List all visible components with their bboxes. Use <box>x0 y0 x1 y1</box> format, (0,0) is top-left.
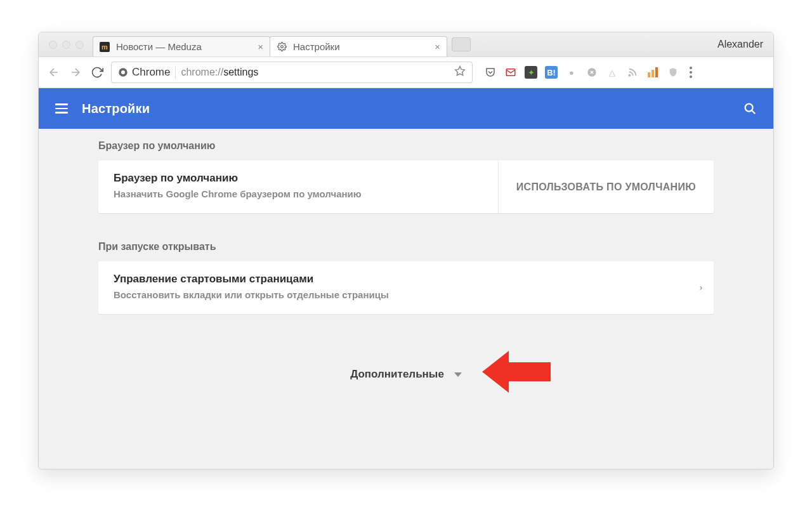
browser-toolbar: Chrome chrome://settings ✦ B! ● △ <box>39 56 773 88</box>
startup-pages-card[interactable]: Управление стартовыми страницами Восстан… <box>98 261 714 314</box>
advanced-toggle[interactable]: Дополнительные <box>98 352 714 397</box>
svg-point-10 <box>745 104 753 112</box>
chrome-chip-label: Chrome <box>132 66 170 79</box>
card-text: Управление стартовыми страницами Восстан… <box>98 261 688 314</box>
evernote-extension-icon[interactable]: ✦ <box>525 66 537 79</box>
svg-point-0 <box>280 46 283 48</box>
pocket-extension-icon[interactable] <box>484 66 497 79</box>
chrome-window: m Новости — Meduza × Настройки × Alexand… <box>38 32 774 470</box>
bookmark-star-icon[interactable] <box>454 65 466 79</box>
section-heading-default-browser: Браузер по умолчанию <box>98 140 714 152</box>
window-minimize-icon[interactable] <box>62 41 70 49</box>
annotation-arrow-icon <box>482 343 552 403</box>
window-maximize-icon[interactable] <box>75 41 84 49</box>
tab-meduza[interactable]: m Новости — Meduza × <box>93 36 270 56</box>
new-tab-button[interactable] <box>452 37 471 51</box>
extension-icon[interactable]: ● <box>565 66 578 79</box>
reload-button[interactable] <box>89 65 105 80</box>
section-heading-on-startup: При запуске открывать <box>98 241 714 253</box>
svg-marker-3 <box>455 67 465 76</box>
tab-settings[interactable]: Настройки × <box>270 36 447 56</box>
tab-title: Новости — Meduza <box>116 41 251 52</box>
window-controls <box>49 41 84 49</box>
url-scheme: chrome:// <box>181 67 223 77</box>
url: chrome://settings <box>181 67 258 78</box>
divider <box>175 66 176 79</box>
card-text: Браузер по умолчанию Назначить Google Ch… <box>98 161 498 213</box>
make-default-button[interactable]: ИСПОЛЬЗОВАТЬ ПО УМОЛЧАНИЮ <box>516 181 696 193</box>
card-subtitle: Восстановить вкладки или открыть отдельн… <box>114 289 673 300</box>
default-browser-card: Браузер по умолчанию Назначить Google Ch… <box>98 161 714 213</box>
extensions-bar: ✦ B! ● △ <box>484 66 679 79</box>
gmail-extension-icon[interactable] <box>504 66 517 79</box>
svg-point-2 <box>121 70 125 74</box>
page-title: Настройки <box>82 102 150 116</box>
chrome-origin-chip: Chrome <box>118 66 170 79</box>
svg-rect-9 <box>655 67 658 77</box>
tab-close-icon[interactable]: × <box>258 41 263 52</box>
gear-icon <box>277 42 287 52</box>
url-path: settings <box>223 67 258 77</box>
tab-close-icon[interactable]: × <box>435 41 440 52</box>
tab-strip: m Новости — Meduza × Настройки × Alexand… <box>39 32 773 56</box>
svg-point-6 <box>629 75 630 76</box>
analytics-extension-icon[interactable] <box>646 66 659 79</box>
extension-icon[interactable] <box>586 66 598 79</box>
settings-header: Настройки <box>39 88 773 129</box>
svg-rect-7 <box>648 72 650 77</box>
tab-title: Настройки <box>293 41 428 52</box>
svg-rect-8 <box>652 70 654 77</box>
meduza-favicon-icon: m <box>100 42 110 52</box>
forward-button[interactable] <box>68 65 83 80</box>
extension-icon[interactable]: B! <box>545 66 558 79</box>
rss-extension-icon[interactable] <box>626 66 639 79</box>
search-button[interactable] <box>743 102 757 115</box>
card-title: Браузер по умолчанию <box>114 172 483 185</box>
settings-content: Браузер по умолчанию Браузер по умолчани… <box>39 129 773 469</box>
profile-name[interactable]: Alexander <box>717 39 766 50</box>
card-title: Управление стартовыми страницами <box>114 273 673 286</box>
advanced-label: Дополнительные <box>350 368 444 381</box>
card-action: ИСПОЛЬЗОВАТЬ ПО УМОЛЧАНИЮ <box>498 161 714 213</box>
drive-extension-icon[interactable]: △ <box>606 66 619 79</box>
browser-menu-button[interactable] <box>690 67 692 78</box>
card-subtitle: Назначить Google Chrome браузером по умо… <box>114 188 483 199</box>
chevron-down-icon <box>454 372 462 377</box>
svg-marker-11 <box>482 351 551 393</box>
shield-extension-icon[interactable] <box>667 66 679 79</box>
address-bar[interactable]: Chrome chrome://settings <box>111 62 473 83</box>
window-close-icon[interactable] <box>49 41 57 49</box>
menu-button[interactable] <box>55 103 68 114</box>
back-button[interactable] <box>46 65 62 80</box>
chevron-right-icon <box>688 261 714 314</box>
